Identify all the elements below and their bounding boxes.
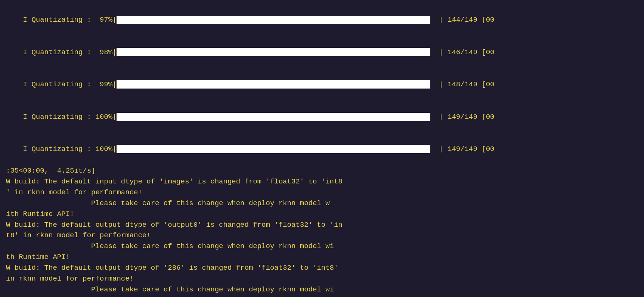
terminal-line: ' in rknn model for performance!	[6, 187, 638, 198]
progress-bar	[117, 16, 430, 24]
progress-bar	[117, 48, 430, 56]
line-suffix: | 148/149 [00	[430, 80, 494, 89]
terminal-line: I Quantizating : 100%| | 149/149 [00	[6, 133, 638, 166]
line-text: I Quantizating : 100%|	[23, 145, 117, 153]
terminal-line: in rknn model for performance!	[6, 273, 638, 284]
terminal-window: I Quantizating : 97%| | 144/149 [00 I Qu…	[0, 0, 644, 297]
terminal-line: Please take care of this change when dep…	[6, 284, 638, 295]
terminal-line: W build: The default output dtype of 'ou…	[6, 220, 638, 231]
progress-bar	[117, 145, 430, 153]
terminal-line: I Quantizating : 97%| | 144/149 [00	[6, 4, 638, 36]
line-text: I Quantizating : 97%|	[23, 16, 117, 24]
terminal-line: th Runtime API!	[6, 295, 638, 297]
terminal-line: th Runtime API!	[6, 252, 638, 263]
line-suffix: | 146/149 [00	[430, 48, 494, 56]
terminal-line: I Quantizating : 98%| | 146/149 [00	[6, 36, 638, 69]
terminal-line: t8' in rknn model for performance!	[6, 230, 638, 241]
progress-bar	[117, 113, 430, 121]
progress-bar	[117, 80, 430, 89]
terminal-line: W build: The default output dtype of '28…	[6, 263, 638, 273]
line-text: I Quantizating : 100%|	[23, 113, 117, 121]
terminal-line: :35<00:00, 4.25it/s]	[6, 165, 638, 176]
line-suffix: | 144/149 [00	[430, 16, 494, 24]
line-suffix: | 149/149 [00	[430, 145, 494, 153]
line-text: I Quantizating : 99%|	[23, 80, 117, 89]
terminal-line: Please take care of this change when dep…	[6, 198, 638, 209]
terminal-line: ith Runtime API!	[6, 209, 638, 220]
terminal-line: I Quantizating : 100%| | 149/149 [00	[6, 101, 638, 133]
line-suffix: | 149/149 [00	[430, 113, 494, 121]
terminal-line: Please take care of this change when dep…	[6, 241, 638, 252]
line-text: I Quantizating : 98%|	[23, 48, 117, 56]
terminal-line: I Quantizating : 99%| | 148/149 [00	[6, 68, 638, 101]
terminal-line: W build: The default input dtype of 'ima…	[6, 176, 638, 187]
